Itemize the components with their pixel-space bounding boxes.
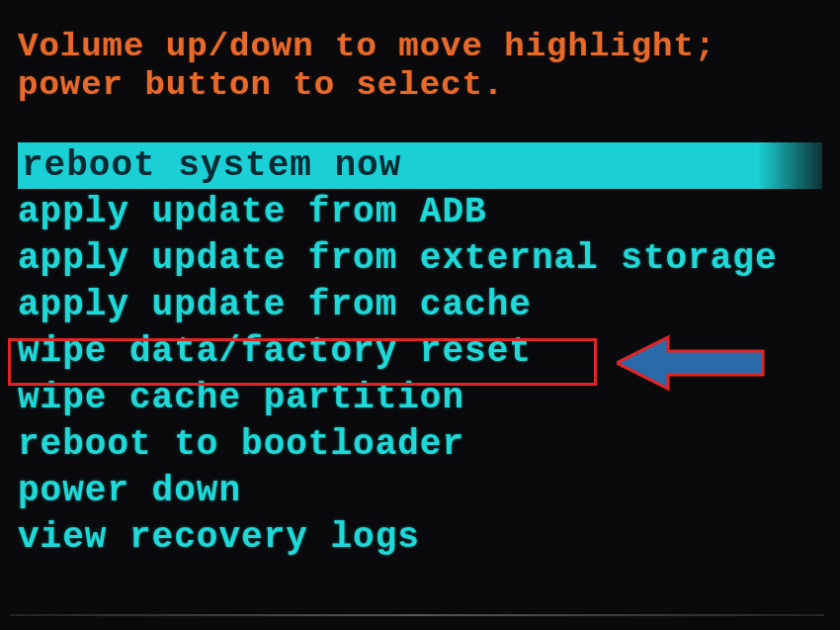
menu-item-wipe-data-factory-reset[interactable]: wipe data/factory reset [18, 328, 822, 375]
menu-item-apply-update-external[interactable]: apply update from external storage [18, 235, 822, 282]
menu-item-view-recovery-logs[interactable]: view recovery logs [18, 514, 822, 561]
menu-item-label: apply update from ADB [18, 192, 487, 232]
instruction-line-2: power button to select. [18, 66, 822, 105]
menu-item-label: wipe cache partition [18, 378, 464, 418]
menu-item-label: reboot system now [22, 145, 401, 186]
menu-item-label: apply update from cache [18, 285, 532, 325]
menu-item-reboot-system[interactable]: reboot system now [18, 142, 822, 189]
divider-line [10, 614, 824, 616]
menu-item-label: apply update from external storage [18, 238, 778, 279]
navigation-instructions: Volume up/down to move highlight; power … [18, 28, 822, 105]
menu-item-power-down[interactable]: power down [18, 468, 822, 514]
menu-item-wipe-cache-partition[interactable]: wipe cache partition [18, 375, 822, 421]
instruction-line-1: Volume up/down to move highlight; [18, 28, 822, 66]
menu-item-label: view recovery logs [18, 517, 420, 558]
menu-item-apply-update-cache[interactable]: apply update from cache [18, 282, 822, 328]
recovery-menu: reboot system now apply update from ADB … [18, 142, 822, 561]
menu-item-label: power down [18, 471, 241, 511]
menu-item-label: reboot to bootloader [18, 424, 464, 465]
recovery-screen: Volume up/down to move highlight; power … [0, 0, 840, 561]
menu-item-label: wipe data/factory reset [18, 331, 532, 372]
menu-item-apply-update-adb[interactable]: apply update from ADB [18, 189, 822, 235]
menu-item-reboot-bootloader[interactable]: reboot to bootloader [18, 421, 822, 468]
